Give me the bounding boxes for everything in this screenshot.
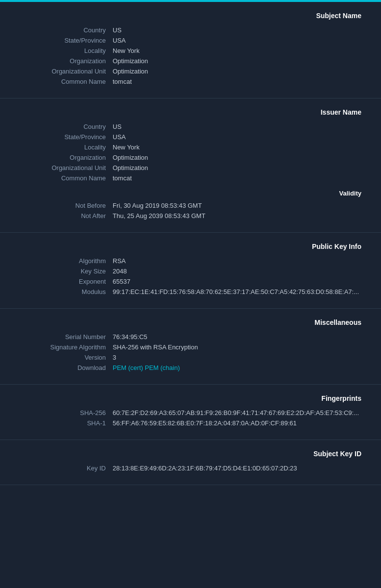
download-value: PEM (cert) PEM (chain) (113, 364, 180, 371)
table-row: Common Name tomcat (15, 174, 366, 182)
exponent-value: 65537 (113, 278, 130, 285)
table-row: Country US (15, 123, 366, 130)
table-row: Algorithm RSA (15, 257, 366, 265)
common-name-label: Common Name (15, 78, 113, 85)
table-row: Not Before Fri, 30 Aug 2019 08:53:43 GMT (15, 202, 366, 209)
table-row: Organizational Unit Optimization (15, 164, 366, 172)
not-before-value: Fri, 30 Aug 2019 08:53:43 GMT (113, 202, 202, 209)
subject-name-title: Subject Name (15, 12, 366, 20)
subject-key-id-section: Subject Key ID Key ID 28:13:8E:E9:49:6D:… (0, 440, 381, 485)
table-row: SHA-1 56:FF:A6:76:59:E5:82:6B:E0:7F:18:2… (15, 419, 366, 427)
table-row: SHA-256 60:7E:2F:D2:69:A3:65:07:AB:91:F9… (15, 409, 366, 416)
locality-value: New York (113, 47, 140, 54)
table-row: Organization Optimization (15, 57, 366, 65)
sha256-value: 60:7E:2F:D2:69:A3:65:07:AB:91:F9:26:B0:9… (113, 409, 359, 416)
public-key-section: Public Key Info Algorithm RSA Key Size 2… (0, 233, 381, 309)
key-id-value: 28:13:8E:E9:49:6D:2A:23:1F:6B:79:47:D5:D… (113, 465, 297, 472)
pem-cert-link[interactable]: PEM (cert) (113, 364, 143, 371)
serial-number-value: 76:34:95:C5 (113, 333, 147, 341)
table-row: Key Size 2048 (15, 268, 366, 275)
issuer-org-label: Organization (15, 154, 113, 161)
issuer-state-value: USA (113, 133, 126, 141)
table-row: Key ID 28:13:8E:E9:49:6D:2A:23:1F:6B:79:… (15, 465, 366, 472)
issuer-org-unit-value: Optimization (113, 164, 148, 172)
table-row: State/Province USA (15, 37, 366, 44)
not-before-label: Not Before (15, 202, 113, 209)
sig-algorithm-label: Signature Algorithm (15, 343, 113, 351)
org-unit-value: Optimization (113, 68, 148, 75)
table-row: Locality New York (15, 144, 366, 151)
state-label: State/Province (15, 37, 113, 44)
sha256-label: SHA-256 (15, 409, 113, 416)
key-id-label: Key ID (15, 465, 113, 472)
issuer-org-value: Optimization (113, 154, 148, 161)
organization-value: Optimization (113, 57, 148, 65)
not-after-label: Not After (15, 212, 113, 220)
state-value: USA (113, 37, 126, 44)
org-unit-label: Organizational Unit (15, 68, 113, 75)
exponent-label: Exponent (15, 278, 113, 285)
issuer-locality-value: New York (113, 144, 140, 151)
subject-key-id-title: Subject Key ID (15, 450, 366, 458)
common-name-value: tomcat (113, 78, 132, 85)
algorithm-value: RSA (113, 257, 126, 265)
issuer-country-value: US (113, 123, 121, 130)
validity-title: Validity (15, 190, 366, 197)
sha1-label: SHA-1 (15, 419, 113, 427)
miscellaneous-title: Miscellaneous (15, 318, 366, 326)
issuer-common-name-value: tomcat (113, 174, 132, 182)
table-row: Organization Optimization (15, 154, 366, 161)
table-row: Serial Number 76:34:95:C5 (15, 333, 366, 341)
table-row: State/Province USA (15, 133, 366, 141)
country-value: US (113, 26, 121, 34)
fingerprints-section: Fingerprints SHA-256 60:7E:2F:D2:69:A3:6… (0, 385, 381, 440)
download-label: Download (15, 364, 113, 371)
table-row: Exponent 65537 (15, 278, 366, 285)
table-row: Not After Thu, 25 Aug 2039 08:53:43 GMT (15, 212, 366, 220)
country-label: Country (15, 26, 113, 34)
miscellaneous-section: Miscellaneous Serial Number 76:34:95:C5 … (0, 309, 381, 385)
table-row: Common Name tomcat (15, 78, 366, 85)
issuer-org-unit-label: Organizational Unit (15, 164, 113, 172)
serial-number-label: Serial Number (15, 333, 113, 341)
table-row: Version 3 (15, 354, 366, 361)
locality-label: Locality (15, 47, 113, 54)
sha1-value: 56:FF:A6:76:59:E5:82:6B:E0:7F:18:2A:04:8… (113, 419, 297, 427)
version-label: Version (15, 354, 113, 361)
pem-chain-link[interactable]: PEM (chain) (145, 364, 180, 371)
fingerprints-title: Fingerprints (15, 394, 366, 402)
issuer-common-name-label: Common Name (15, 174, 113, 182)
issuer-country-label: Country (15, 123, 113, 130)
table-row: Signature Algorithm SHA-256 with RSA Enc… (15, 343, 366, 351)
not-after-value: Thu, 25 Aug 2039 08:53:43 GMT (113, 212, 205, 220)
organization-label: Organization (15, 57, 113, 65)
modulus-label: Modulus (15, 288, 113, 295)
table-row: Modulus 99:17:EC:1E:41:FD:15:76:58:A8:70… (15, 288, 366, 295)
modulus-value: 99:17:EC:1E:41:FD:15:76:58:A8:70:62:5E:3… (113, 288, 359, 295)
version-value: 3 (113, 354, 116, 361)
issuer-name-section: Issuer Name Country US State/Province US… (0, 98, 381, 233)
issuer-name-title: Issuer Name (15, 108, 366, 116)
table-row: Country US (15, 26, 366, 34)
sig-algorithm-value: SHA-256 with RSA Encryption (113, 343, 198, 351)
key-size-label: Key Size (15, 268, 113, 275)
public-key-title: Public Key Info (15, 243, 366, 250)
key-size-value: 2048 (113, 268, 127, 275)
table-row: Organizational Unit Optimization (15, 68, 366, 75)
table-row: Download PEM (cert) PEM (chain) (15, 364, 366, 371)
issuer-locality-label: Locality (15, 144, 113, 151)
issuer-state-label: State/Province (15, 133, 113, 141)
table-row: Locality New York (15, 47, 366, 54)
algorithm-label: Algorithm (15, 257, 113, 265)
subject-name-section: Subject Name Country US State/Province U… (0, 2, 381, 98)
